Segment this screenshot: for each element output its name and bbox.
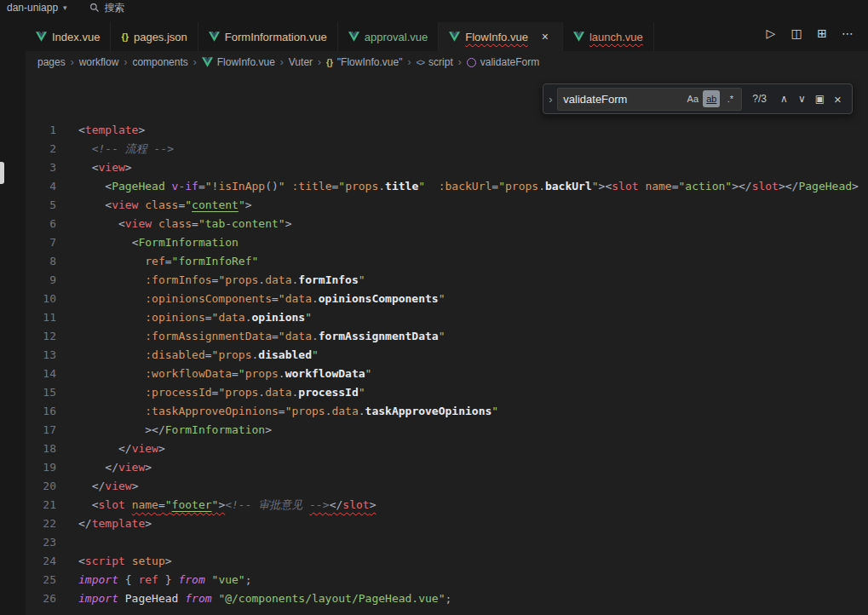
line-number: 23	[26, 533, 56, 552]
code-token: <	[118, 217, 125, 230]
tab-strip: Index.vue{}pages.jsonFormInformation.vue…	[26, 22, 654, 51]
breadcrumb-item-components[interactable]: components	[132, 56, 187, 68]
tab-index-vue[interactable]: Index.vue	[26, 22, 111, 51]
tab-flowinfo-vue[interactable]: FlowInfo.vue×	[439, 22, 563, 51]
code-token: <!-- 流程 -->	[92, 142, 174, 155]
code-token: view	[125, 217, 152, 230]
code-token: =	[192, 217, 198, 230]
code-editor[interactable]: › Aa ab .* ?/3 ∧ ∨ ▣ × 1<template>2 <!--…	[26, 73, 868, 615]
workspace-menu-button[interactable]: dan-uniapp ▾	[7, 2, 67, 14]
line-number: 3	[26, 158, 56, 177]
tab-label: FormInformation.vue	[225, 31, 327, 43]
more-actions-button[interactable]: ⋯	[837, 23, 858, 43]
tab-approval-vue[interactable]: approval.vue	[338, 22, 439, 51]
previous-match-button[interactable]: ∧	[775, 90, 793, 108]
breadcrumb-item-vuter[interactable]: Vuter	[289, 56, 313, 68]
breadcrumb-item-workflow[interactable]: workflow	[79, 56, 119, 68]
code-line-content: :formAssignmentData="data.formAssignment…	[78, 327, 868, 346]
code-token: "formInfoRef"	[172, 255, 259, 267]
vue-icon	[348, 32, 359, 42]
tab-forminformation-vue[interactable]: FormInformation.vue	[198, 22, 338, 51]
breadcrumb-separator: ›	[318, 56, 321, 68]
global-search-button[interactable]: 搜索	[89, 1, 125, 15]
code-token: <!-- 审批意见	[225, 498, 309, 511]
code-token: slot	[342, 498, 369, 511]
code-token: view	[98, 161, 124, 174]
code-token: =	[491, 180, 498, 193]
code-token: footer	[172, 498, 212, 511]
match-case-button[interactable]: Aa	[684, 90, 701, 107]
code-token	[78, 367, 145, 380]
breadcrumb-item-flowinfo-vue[interactable]: FlowInfo.vue	[202, 56, 275, 68]
breadcrumb-separator: ›	[280, 56, 284, 68]
code-token: "	[305, 311, 312, 324]
breadcrumb-item-pages[interactable]: pages	[37, 56, 66, 68]
code-line-content: :disabled="props.disabled"	[78, 346, 868, 365]
code-line: 5 <view class="content">	[26, 196, 868, 215]
workspace-name: dan-uniapp	[7, 2, 58, 14]
code-line-content: <PageHead v-if="!isInApp()" :title="prop…	[78, 177, 868, 196]
breadcrumb-item-flowinfo-vue[interactable]: {}"FlowInfo.vue"	[326, 56, 402, 68]
code-token: script	[85, 555, 125, 567]
activity-bar	[0, 15, 26, 615]
code-token: props	[345, 180, 378, 193]
find-in-selection-button[interactable]: ▣	[811, 90, 829, 108]
error-squiggle: >	[370, 498, 377, 511]
code-line: 17 ></FormInformation>	[26, 421, 868, 440]
code-token: disabled	[258, 348, 312, 361]
code-token: >	[125, 161, 132, 174]
code-token	[78, 292, 145, 305]
regex-button[interactable]: .*	[721, 90, 739, 107]
code-token: </	[330, 498, 343, 511]
code-line-content: ></FormInformation>	[78, 421, 868, 440]
line-number: 15	[26, 383, 56, 402]
code-token: "	[312, 348, 319, 361]
code-token: content	[192, 198, 239, 211]
layout-button[interactable]: ⊞	[812, 23, 832, 43]
search-icon	[89, 3, 100, 13]
code-token: isInApp	[218, 180, 265, 193]
code-token: name	[645, 180, 671, 193]
code-token: .	[378, 180, 385, 193]
code-token: <	[78, 555, 85, 567]
code-line: 13 :disabled="props.disabled"	[26, 346, 868, 365]
close-find-button[interactable]: ×	[829, 90, 847, 108]
search-label: 搜索	[105, 1, 125, 15]
code-token: =	[165, 255, 172, 267]
toggle-replace-button[interactable]: ›	[543, 84, 557, 113]
whole-word-button[interactable]: ab	[703, 90, 720, 107]
line-number: 19	[26, 458, 56, 477]
code-token	[78, 236, 132, 249]
split-editor-button[interactable]: ◫	[786, 23, 807, 43]
breadcrumb-label: pages	[37, 56, 66, 68]
breadcrumb-item-script[interactable]: <>script	[416, 56, 452, 68]
tab-launch-vue[interactable]: launch.vue	[563, 22, 654, 51]
code-token: slot	[612, 180, 638, 193]
code-token: props	[505, 180, 538, 193]
breadcrumb: pages›workflow›components›FlowInfo.vue›V…	[26, 51, 868, 73]
find-input[interactable]	[563, 93, 682, 106]
code-line: 19 </view>	[26, 458, 868, 477]
tab-pages-json[interactable]: {}pages.json	[111, 22, 198, 51]
code-token: props	[245, 367, 279, 380]
breadcrumb-label: script	[428, 56, 453, 68]
object-icon: {}	[326, 58, 333, 67]
code-token: .	[359, 405, 365, 417]
code-line-content: <template>	[78, 121, 868, 140]
next-match-button[interactable]: ∨	[793, 90, 811, 108]
code-token	[78, 348, 145, 361]
code-line-content: </view>	[78, 477, 868, 496]
code-token: =	[205, 348, 212, 361]
line-number: 20	[26, 477, 56, 496]
code-token: backUrl	[545, 180, 592, 193]
code-token	[78, 198, 105, 211]
close-icon[interactable]: ×	[538, 30, 552, 43]
code-token	[78, 180, 105, 193]
breadcrumb-separator: ›	[407, 56, 411, 68]
code-token: view	[118, 461, 145, 474]
breadcrumb-item-validateform[interactable]: validateForm	[467, 56, 539, 68]
run-button[interactable]: ▷	[761, 23, 781, 43]
code-line-content: <view>	[78, 158, 868, 177]
code-token: >	[265, 423, 272, 436]
breadcrumb-label: components	[132, 56, 187, 68]
